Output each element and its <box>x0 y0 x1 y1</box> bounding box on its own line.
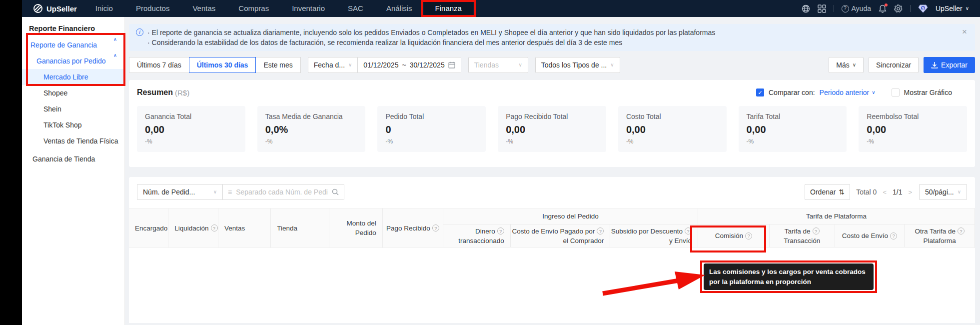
order-types-select[interactable]: Todos los Tipos de ... ∨ <box>535 57 620 73</box>
range-last30-button[interactable]: Últimos 30 días <box>189 57 256 73</box>
total-count: Total 0 <box>856 188 877 196</box>
summary-currency: (R$) <box>175 88 189 97</box>
compare-period-select[interactable]: Periodo anterior ∨ <box>820 88 876 96</box>
question-icon: ? <box>497 228 504 234</box>
date-range-segmented: Últimos 7 días Últimos 30 días Este mes <box>129 57 301 73</box>
page-indicator: 1/1 <box>893 188 902 196</box>
question-icon: ? <box>211 224 218 232</box>
col-tienda[interactable]: Tienda <box>271 208 329 248</box>
date-filter-group: Fecha d... ∨ 01/12/2025 ~ 30/12/2025 <box>308 57 461 73</box>
nav-item-inicio[interactable]: Inicio <box>84 0 124 17</box>
nav-item-finanza[interactable]: Finanza <box>424 0 473 17</box>
sidebar-item-reporte-de-ganancia[interactable]: Reporte de Ganancia ∧ <box>22 37 124 53</box>
summary-card-pago-recibido: Pago Recibido Total 0,00 -% <box>498 106 606 152</box>
search-placeholder: Separado cada Núm. de Pedidos por ... <box>236 188 328 196</box>
question-icon: ? <box>890 232 897 240</box>
chevron-down-icon: ∨ <box>966 6 969 11</box>
sidebar-item-shopee[interactable]: Shopee <box>22 85 124 101</box>
search-icon[interactable] <box>332 188 339 196</box>
chevron-down-icon: ∨ <box>872 90 875 95</box>
col-subsidio-descuento-envio[interactable]: Subsidio por Descuento? y Envío <box>610 224 698 247</box>
sidebar-title: Reporte Financiero <box>22 17 124 37</box>
summary-card-pedido-total: Pedido Total 0 -% <box>377 106 486 152</box>
nav-item-inventario[interactable]: Inventario <box>280 0 336 17</box>
date-range-picker[interactable]: 01/12/2025 ~ 30/12/2025 <box>358 57 461 73</box>
chevron-down-icon: ∨ <box>518 62 522 68</box>
question-icon: ? <box>597 228 604 234</box>
apps-grid-icon[interactable] <box>818 4 826 13</box>
orders-table-section: Núm. de Pedid... ∨ ≡ Separado cada Núm. … <box>129 177 975 322</box>
account-menu[interactable]: UpSeller ∨ <box>936 4 969 12</box>
sidebar-item-ganancias-por-pedido[interactable]: Ganancias por Pedido ∧ <box>22 53 124 69</box>
app-logo[interactable]: UpSeller <box>33 4 77 14</box>
info-icon: i <box>136 28 143 36</box>
navbar-divider <box>910 5 911 12</box>
sidebar-item-ventas-tienda-fisica[interactable]: Ventas de Tienda Física <box>22 133 124 149</box>
account-name: UpSeller <box>936 4 963 12</box>
info-banner-line1: · El reporte de ganancia se actualiza di… <box>147 28 715 38</box>
col-pago-recibido[interactable]: Pago Recibido? <box>383 208 443 248</box>
next-page-icon[interactable]: > <box>908 188 912 196</box>
navbar-divider <box>834 5 834 12</box>
col-monto-del-pedido[interactable]: Monto del Pedido <box>329 208 383 248</box>
calendar-icon <box>448 62 455 68</box>
sidebar-item-mercado-libre[interactable]: Mercado Libre <box>22 69 124 85</box>
col-ventas[interactable]: Ventas <box>218 208 271 248</box>
help-button[interactable]: ? Ayuda <box>842 4 871 12</box>
language-globe-icon[interactable] <box>802 4 810 13</box>
question-icon: ? <box>685 228 692 234</box>
sidebar-item-tiktok-shop[interactable]: TikTok Shop <box>22 117 124 133</box>
chevron-down-icon: ∨ <box>610 62 614 68</box>
question-icon: ? <box>432 224 439 232</box>
date-type-select[interactable]: Fecha d... ∨ <box>308 57 358 73</box>
range-last7-button[interactable]: Últimos 7 días <box>129 57 189 73</box>
chevron-down-icon: ∨ <box>853 62 856 68</box>
summary-options: ✓ Comparar con: Periodo anterior ∨ Mostr… <box>756 88 967 96</box>
nav-item-analisis[interactable]: Análisis <box>375 0 424 17</box>
close-icon[interactable]: × <box>962 27 967 37</box>
notifications-bell-icon[interactable] <box>879 4 887 13</box>
membership-gem-icon: S <box>918 4 928 13</box>
nav-item-compras[interactable]: Compras <box>227 0 280 17</box>
summary-section: Resumen (R$) ✓ Comparar con: Periodo ant… <box>129 80 975 167</box>
stores-select[interactable]: Tiendas ∨ <box>468 57 528 73</box>
settings-gear-icon[interactable] <box>894 4 903 13</box>
col-encargado[interactable]: Encargado <box>129 208 168 248</box>
sidebar: Reporte Financiero Reporte de Ganancia ∧… <box>22 17 125 325</box>
nav-item-ventas[interactable]: Ventas <box>181 0 227 17</box>
sidebar-item-ganancia-de-tienda[interactable]: Ganancia de Tienda <box>22 151 124 167</box>
chevron-down-icon: ∨ <box>213 190 217 194</box>
nav-item-sac[interactable]: SAC <box>336 0 375 17</box>
upseller-logo-icon <box>33 4 43 14</box>
summary-card-costo-total: Costo Total 0,00 -% <box>618 106 727 152</box>
show-chart-checkbox[interactable] <box>892 88 900 96</box>
col-dinero-transaccionado[interactable]: Dinero? transaccionado <box>443 224 511 247</box>
nav-item-productos[interactable]: Productos <box>124 0 181 17</box>
prev-page-icon[interactable]: < <box>883 188 887 196</box>
col-liquidacion[interactable]: Liquidación? <box>168 208 218 248</box>
comision-tooltip: Las comisiones y los cargos por venta co… <box>704 264 874 290</box>
summary-header: Resumen (R$) ✓ Comparar con: Periodo ant… <box>137 88 967 97</box>
more-button[interactable]: Más ∨ <box>829 57 864 73</box>
col-otra-tarifa-plataforma[interactable]: Otra Tarifa de? Plataforma <box>905 224 975 247</box>
col-comision[interactable]: Comisión? <box>698 224 770 247</box>
range-thismonth-button[interactable]: Este mes <box>255 57 300 73</box>
sort-button[interactable]: Ordenar ⇅ <box>805 184 850 200</box>
compare-checkbox[interactable]: ✓ <box>756 88 764 96</box>
search-input[interactable]: ≡ Separado cada Núm. de Pedidos por ... <box>223 184 344 200</box>
page-size-select[interactable]: 50/pági... ∨ <box>919 184 967 200</box>
chevron-down-icon: ∨ <box>348 62 352 68</box>
search-type-select[interactable]: Núm. de Pedid... ∨ <box>137 184 223 200</box>
export-button[interactable]: Exportar <box>924 57 975 73</box>
col-costo-envio-comprador[interactable]: Costo de Envío Pagado por? el Comprador <box>511 224 611 247</box>
question-icon: ? <box>958 228 965 234</box>
col-costo-de-envio[interactable]: Costo de Envío? <box>835 224 905 247</box>
sidebar-annotated-group: Reporte de Ganancia ∧ Ganancias por Pedi… <box>22 37 124 85</box>
chevron-up-icon: ∧ <box>113 37 117 42</box>
sync-button[interactable]: Sincronizar <box>869 57 919 73</box>
col-group-tarifa-de-plataforma: Tarifa de Plataforma Comisión? Tarifa de… <box>698 208 975 248</box>
menu-icon: ≡ <box>228 188 232 196</box>
info-banner-text: · El reporte de ganancia se actualiza di… <box>147 28 715 48</box>
sidebar-item-shein[interactable]: Shein <box>22 101 124 117</box>
col-tarifa-transaccion[interactable]: Tarifa de? Transacción <box>770 224 835 247</box>
